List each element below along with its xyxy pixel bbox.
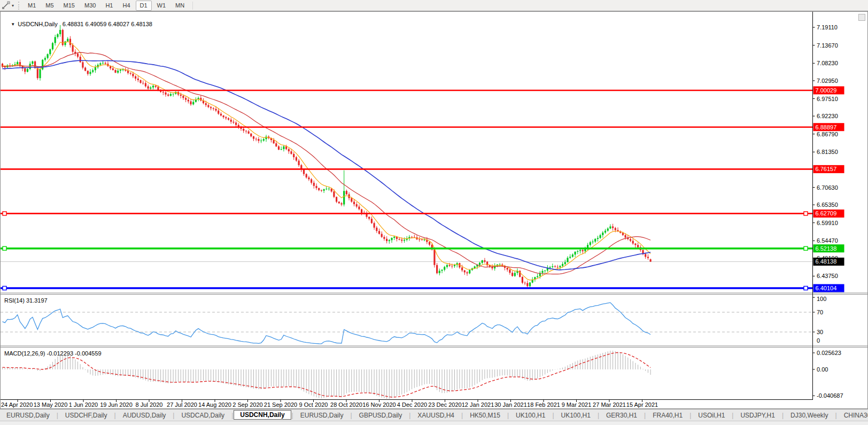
chart-scroll-button[interactable] bbox=[858, 14, 865, 21]
timeframe-button-group: M1M5M15M30H1H4D1W1MN bbox=[23, 1, 189, 11]
rsi-line bbox=[3, 303, 651, 344]
svg-text:70: 70 bbox=[817, 309, 823, 315]
ma-mid-line bbox=[3, 52, 651, 274]
svg-text:6.54470: 6.54470 bbox=[817, 237, 838, 244]
chart-tab-usdcnh-daily[interactable]: USDCNH,Daily bbox=[234, 410, 291, 420]
svg-text:9 Oct 2020: 9 Oct 2020 bbox=[299, 401, 328, 408]
chart-tab-uk100-h1[interactable]: UK100,H1 bbox=[509, 411, 552, 420]
svg-text:19 Jun 2020: 19 Jun 2020 bbox=[100, 401, 133, 408]
chart-tab-ger30-h1[interactable]: GER30,H1 bbox=[600, 411, 644, 420]
svg-text:6.43750: 6.43750 bbox=[817, 273, 838, 279]
timeframe-button-h1[interactable]: H1 bbox=[101, 1, 117, 11]
chart-tab-xauusd-h4[interactable]: XAUUSD,H4 bbox=[411, 411, 461, 420]
chart-canvas[interactable]: 7.191107.136707.082307.029506.975106.922… bbox=[1, 12, 867, 408]
line-handle[interactable] bbox=[804, 246, 808, 250]
line-handle[interactable] bbox=[804, 212, 808, 215]
line-handle[interactable] bbox=[804, 287, 808, 290]
chart-tab-eurusd-daily[interactable]: EURUSD,Daily bbox=[0, 411, 56, 420]
svg-text:0: 0 bbox=[817, 337, 820, 344]
timeframe-button-w1[interactable]: W1 bbox=[153, 1, 170, 11]
chart-tab-fra40-h1[interactable]: FRA40,H1 bbox=[646, 411, 689, 420]
chart-tab-bar: EURUSD,Daily|USDCHF,Daily|AUDUSD,Daily|U… bbox=[0, 409, 868, 421]
chart-tab-dj30-weekly[interactable]: DJ30,Weekly bbox=[784, 411, 834, 420]
svg-text:7.00029: 7.00029 bbox=[816, 87, 837, 94]
svg-text:18 Feb 2021: 18 Feb 2021 bbox=[527, 401, 560, 408]
rsi-pane bbox=[1, 303, 813, 344]
rsi-indicator-label: RSI(14) 31.3197 bbox=[4, 297, 48, 304]
svg-text:0.00: 0.00 bbox=[817, 366, 828, 373]
trendline-cursor-icon[interactable] bbox=[2, 1, 11, 10]
top-toolbar: ▾ M1M5M15M30H1H4D1W1MN bbox=[0, 0, 868, 11]
svg-text:100: 100 bbox=[817, 296, 826, 302]
tool-dropdown-caret[interactable]: ▾ bbox=[12, 3, 14, 8]
timeframe-button-h4[interactable]: H4 bbox=[118, 1, 134, 11]
svg-text:15 Apr 2021: 15 Apr 2021 bbox=[626, 401, 658, 408]
line-handle[interactable] bbox=[3, 246, 6, 250]
svg-text:6.48138: 6.48138 bbox=[816, 258, 837, 265]
svg-text:2 Sep 2020: 2 Sep 2020 bbox=[232, 401, 262, 408]
svg-text:23 Dec 2020: 23 Dec 2020 bbox=[428, 401, 461, 408]
timeframe-button-mn[interactable]: MN bbox=[171, 1, 189, 11]
chart-tab-usdjpy-h1[interactable]: USDJPY,H1 bbox=[734, 411, 781, 420]
svg-text:16 Nov 2020: 16 Nov 2020 bbox=[362, 401, 396, 408]
moving-average-lines bbox=[3, 42, 651, 280]
macd-pane bbox=[3, 351, 651, 399]
ma-slow-line bbox=[3, 60, 651, 270]
timeframe-button-m5[interactable]: M5 bbox=[41, 1, 58, 11]
svg-text:21 Sep 2020: 21 Sep 2020 bbox=[264, 401, 297, 408]
svg-text:27 Jul 2020: 27 Jul 2020 bbox=[167, 401, 197, 408]
svg-text:6.88897: 6.88897 bbox=[816, 124, 837, 130]
svg-text:27 Mar 2021: 27 Mar 2021 bbox=[593, 401, 626, 408]
chart-tab-eurusd-daily[interactable]: EURUSD,Daily bbox=[294, 411, 350, 420]
line-handle[interactable] bbox=[3, 212, 6, 215]
svg-text:6.70630: 6.70630 bbox=[817, 184, 838, 191]
svg-text:6.81350: 6.81350 bbox=[817, 149, 838, 155]
chart-tab-usdchf-daily[interactable]: USDCHF,Daily bbox=[59, 411, 114, 420]
collapse-chart-icon[interactable]: ▼ bbox=[11, 22, 15, 27]
svg-text:30 Jan 2021: 30 Jan 2021 bbox=[494, 401, 527, 408]
timeframe-button-m30[interactable]: M30 bbox=[80, 1, 100, 11]
svg-text:6.40104: 6.40104 bbox=[816, 285, 837, 291]
svg-text:6.97510: 6.97510 bbox=[817, 96, 838, 102]
svg-text:6.86790: 6.86790 bbox=[817, 131, 838, 137]
svg-text:12 Jan 2021: 12 Jan 2021 bbox=[462, 401, 494, 408]
svg-text:0.025623: 0.025623 bbox=[817, 350, 841, 356]
chart-tab-uk100-h1[interactable]: UK100,H1 bbox=[555, 411, 597, 420]
svg-text:7.13670: 7.13670 bbox=[817, 42, 838, 49]
ma-fast-line bbox=[3, 42, 651, 280]
chart-tab-audusd-daily[interactable]: AUDUSD,Daily bbox=[117, 411, 173, 420]
chart-tab-china300-h1[interactable]: CHINA300,H1 bbox=[838, 411, 868, 420]
chart-symbol-period: USDCNH,Daily bbox=[18, 21, 58, 27]
chart-tab-usoil-h1[interactable]: USOil,H1 bbox=[692, 411, 731, 420]
chart-title: ▼USDCNH,Daily6.48831 6.49059 6.48027 6.4… bbox=[4, 14, 152, 34]
svg-text:6.62709: 6.62709 bbox=[816, 210, 837, 217]
chart-tab-hk50-m15[interactable]: HK50,M15 bbox=[463, 411, 507, 420]
timeframe-button-m15[interactable]: M15 bbox=[59, 1, 79, 11]
svg-text:24 Apr 2020: 24 Apr 2020 bbox=[1, 401, 33, 408]
svg-text:6.59910: 6.59910 bbox=[817, 220, 838, 226]
svg-text:6.92230: 6.92230 bbox=[817, 113, 838, 119]
svg-text:6.65350: 6.65350 bbox=[817, 202, 838, 208]
toolbar-separator bbox=[192, 2, 193, 10]
timeframe-button-m1[interactable]: M1 bbox=[24, 1, 40, 11]
svg-text:4 Dec 2020: 4 Dec 2020 bbox=[397, 401, 427, 408]
svg-text:7.08230: 7.08230 bbox=[817, 60, 838, 66]
svg-text:1 Jun 2020: 1 Jun 2020 bbox=[69, 401, 98, 408]
svg-text:7.19110: 7.19110 bbox=[817, 24, 838, 30]
chart-tab-gbpusd-daily[interactable]: GBPUSD,Daily bbox=[353, 411, 409, 420]
svg-text:8 Jul 2020: 8 Jul 2020 bbox=[136, 401, 163, 408]
svg-text:9 Mar 2021: 9 Mar 2021 bbox=[562, 401, 592, 408]
svg-text:7.02950: 7.02950 bbox=[817, 78, 838, 84]
svg-text:14 Aug 2020: 14 Aug 2020 bbox=[198, 401, 231, 408]
chart-ohlc-values: 6.48831 6.49059 6.48027 6.48138 bbox=[63, 21, 152, 27]
chart-tab-usdcad-daily[interactable]: USDCAD,Daily bbox=[175, 411, 231, 420]
svg-text:6.76157: 6.76157 bbox=[816, 166, 837, 172]
svg-text:28 Oct 2020: 28 Oct 2020 bbox=[330, 401, 362, 408]
line-handle[interactable] bbox=[3, 287, 6, 290]
horizontal-level-lines bbox=[1, 90, 813, 290]
chart-window: 7.191107.136707.082307.029506.975106.922… bbox=[0, 11, 868, 409]
timeframe-button-d1[interactable]: D1 bbox=[136, 1, 152, 11]
toolbar-grip bbox=[18, 2, 19, 10]
svg-text:6.52138: 6.52138 bbox=[816, 245, 837, 252]
svg-text:-0.040687: -0.040687 bbox=[817, 392, 843, 399]
